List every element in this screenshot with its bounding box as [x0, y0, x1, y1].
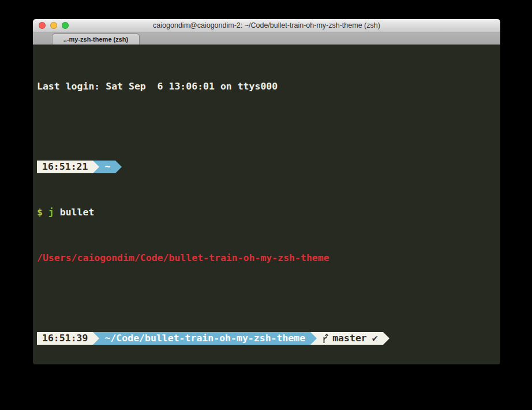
tab-bar: ..-my-zsh-theme (zsh) [33, 32, 500, 45]
prompt-time: 16:51:21 [42, 161, 88, 173]
powerline-arrow-icon [310, 332, 317, 345]
prompt-time: 16:51:39 [42, 332, 88, 345]
prompt-path-segment: ~ [99, 161, 115, 173]
git-segment: master ✔ [317, 332, 383, 345]
prompt-time-segment: 16:51:21 [37, 161, 93, 173]
output-path-line: /Users/caiogondim/Code/bullet-train-oh-m… [37, 252, 500, 264]
powerline-arrow-icon [93, 161, 99, 173]
last-login-line: Last login: Sat Sep 6 13:06:01 on ttys00… [37, 80, 500, 93]
prompt-symbol: $ [37, 207, 43, 218]
git-clean-check-icon: ✔ [372, 332, 378, 345]
prompt-line-2: 16:51:39 ~/Code/bullet-train-oh-my-zsh-t… [37, 332, 500, 345]
command-args: bullet [54, 207, 95, 218]
command-text: j [43, 207, 54, 218]
command-line-1: $ j bullet [37, 206, 500, 219]
git-branch-icon [322, 334, 329, 344]
tab-zsh[interactable]: ..-my-zsh-theme (zsh) [52, 33, 140, 44]
titlebar[interactable]: caiogondim@caiogondim-2: ~/Code/bullet-t… [33, 19, 500, 32]
window-title: caiogondim@caiogondim-2: ~/Code/bullet-t… [33, 19, 500, 32]
powerline-arrow-icon [93, 332, 99, 345]
terminal-window: caiogondim@caiogondim-2: ~/Code/bullet-t… [33, 19, 500, 364]
powerline-arrow-icon [383, 332, 389, 345]
git-branch-name: master [332, 332, 367, 345]
tab-label: ..-my-zsh-theme (zsh) [63, 36, 128, 43]
prompt-time-segment: 16:51:39 [37, 332, 93, 345]
prompt-path: ~/Code/bullet-train-oh-my-zsh-theme [104, 332, 305, 345]
prompt-line-1: 16:51:21 ~ [37, 161, 500, 173]
terminal-screen[interactable]: Last login: Sat Sep 6 13:06:01 on ttys00… [33, 45, 500, 364]
blank-line [37, 115, 500, 128]
powerline-arrow-icon [115, 161, 122, 173]
prompt-path-segment: ~/Code/bullet-train-oh-my-zsh-theme [99, 332, 310, 345]
zoom-button[interactable] [62, 22, 69, 29]
prompt-path: ~ [104, 161, 110, 173]
blank-line [37, 286, 500, 299]
close-button[interactable] [39, 22, 46, 29]
minimize-button[interactable] [50, 22, 57, 29]
traffic-lights [39, 22, 69, 29]
